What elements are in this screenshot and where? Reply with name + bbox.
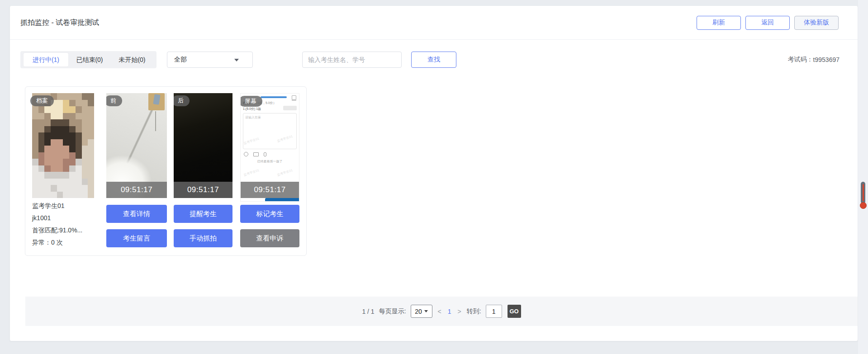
view-details-button[interactable]: 查看详情 — [106, 205, 167, 223]
thermometer-bulb — [860, 202, 867, 209]
goto-label: 转到: — [467, 307, 481, 316]
filter-select-value: 全部 — [174, 56, 187, 64]
screen-answer-box: 请输入答案 — [243, 113, 297, 149]
archive-badge: 档案 — [30, 95, 54, 106]
screen-hint: 已经是最后一题了 — [241, 159, 299, 164]
prev-page[interactable]: < — [437, 308, 442, 315]
watermark: 监考学生01 — [243, 168, 260, 178]
scrollbar-track[interactable] — [858, 0, 868, 354]
screen-exit-icon — [292, 95, 296, 100]
student-search-input[interactable] — [302, 52, 402, 68]
page-title: 抓拍监控 - 试卷审批测试 — [20, 18, 99, 28]
scrollbar-thumb-thermometer[interactable] — [860, 182, 866, 210]
abnormal-count: 异常：0 次 — [32, 236, 82, 249]
tab-ended[interactable]: 已结束(0) — [68, 53, 111, 66]
main-panel: 抓拍监控 - 试卷审批测试 刷新 返回 体验新版 进行中(1) 已结束(0) 未… — [9, 5, 858, 341]
camera-screen-badge: 屏幕 — [240, 96, 262, 107]
status-tabs: 进行中(1) 已结束(0) 未开始(0) — [20, 51, 157, 68]
camera-back-thumb[interactable]: 后 09:51:17 — [174, 93, 232, 198]
screen-button-shape — [283, 106, 297, 110]
manual-capture-button[interactable]: 手动抓拍 — [174, 229, 232, 247]
per-page-select[interactable]: 20 — [411, 305, 432, 318]
mic-icon — [264, 152, 266, 156]
exam-code-value: t9953697 — [813, 56, 840, 63]
student-name: 监考学生01 — [32, 200, 82, 212]
screen-progress-bar — [261, 96, 287, 98]
camera-screen-timestamp: 09:51:17 — [241, 182, 299, 198]
filter-select[interactable]: 全部 — [167, 52, 253, 68]
camera-front-thumb[interactable]: 前 09:51:17 — [106, 93, 167, 198]
tab-not-started[interactable]: 未开始(0) — [111, 53, 153, 66]
page: { "header": { "title": "抓拍监控 - 试卷审批测试", … — [0, 0, 868, 354]
next-page[interactable]: > — [457, 308, 462, 315]
wall-line-shape — [155, 111, 156, 131]
page-number-1[interactable]: 1 — [447, 308, 452, 315]
go-button[interactable]: GO — [508, 305, 521, 318]
watermark: 监考学生01 — [276, 168, 293, 178]
exam-code-label: 考试码： — [788, 56, 813, 64]
screen-question-line: 1.(5.0分) 1题 — [243, 107, 261, 111]
screen-bottom-button-shape — [265, 198, 299, 201]
chevron-down-icon — [234, 59, 239, 61]
student-info: 监考学生01 jk1001 首张匹配:91.0%... 异常：0 次 — [32, 200, 82, 249]
new-version-button[interactable]: 体验新版 — [794, 16, 839, 30]
camera-back-badge: 后 — [174, 95, 190, 106]
camera-back-timestamp: 09:51:17 — [174, 182, 232, 198]
mark-student-button[interactable]: 标记考生 — [240, 205, 299, 223]
thermometer-mercury — [863, 184, 864, 201]
header-buttons: 刷新 返回 体验新版 — [697, 16, 839, 30]
tab-in-progress[interactable]: 进行中(1) — [24, 53, 68, 66]
student-id: jk1001 — [32, 212, 82, 224]
screen-icon-row — [244, 152, 266, 156]
per-page-value: 20 — [415, 308, 422, 315]
per-page-label: 每页显示: — [379, 307, 406, 316]
page-info: 1 / 1 — [362, 308, 374, 315]
camera-screen-thumb[interactable]: （共1题，5.0分） 1.(5.0分) 1题 请输入答案 已经是最后一题了 监考… — [240, 93, 299, 202]
view-appeal-button[interactable]: 查看申诉 — [240, 229, 299, 247]
camera-front-timestamp: 09:51:17 — [106, 182, 167, 198]
student-message-button[interactable]: 考生留言 — [106, 229, 167, 247]
refresh-button[interactable]: 刷新 — [697, 16, 741, 30]
student-card: 档案 前 09:51:17 后 09:51:17 （共1题，5.0分） 1.(5… — [25, 86, 307, 256]
header: 抓拍监控 - 试卷审批测试 刷新 返回 体验新版 — [20, 6, 839, 39]
pagination-bar: 1 / 1 每页显示: 20 < 1 > 转到: GO — [25, 297, 858, 326]
info-icon — [244, 152, 248, 156]
exam-code: 考试码： t9953697 — [788, 52, 840, 68]
back-button[interactable]: 返回 — [745, 16, 790, 30]
camera-front-badge: 前 — [106, 95, 122, 106]
match-rate: 首张匹配:91.0%... — [32, 224, 82, 236]
header-divider — [10, 39, 858, 40]
archive-photo[interactable] — [32, 93, 94, 198]
remind-student-button[interactable]: 提醒考生 — [174, 205, 232, 223]
goto-input[interactable] — [486, 305, 502, 318]
camera-icon — [253, 152, 259, 156]
select-caret-icon — [424, 310, 428, 312]
search-button[interactable]: 查找 — [411, 52, 456, 68]
